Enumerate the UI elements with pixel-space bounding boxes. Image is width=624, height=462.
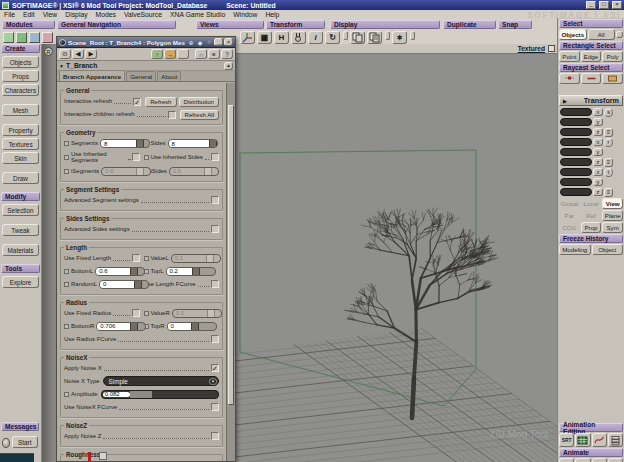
- sidebar-item-objects[interactable]: Objects: [2, 56, 39, 68]
- valuel-animation-divot[interactable]: [144, 256, 149, 261]
- explorer-icon[interactable]: ⊕: [187, 39, 195, 46]
- srt-keys-icon[interactable]: SRT: [559, 433, 574, 447]
- rotate-y-field[interactable]: [560, 148, 592, 156]
- sidebar-item-explore[interactable]: Explore: [2, 276, 39, 288]
- raycast-edge-icon[interactable]: [581, 73, 602, 84]
- panel-scrollbar[interactable]: [226, 83, 235, 461]
- menu-valvesource[interactable]: ValveSource: [124, 11, 162, 18]
- cog-prop[interactable]: Prop: [581, 222, 602, 233]
- randoml-animation-divot[interactable]: [64, 282, 69, 287]
- blank-button[interactable]: [177, 49, 189, 59]
- animate-tool-button[interactable]: [559, 458, 574, 462]
- amplitude-animation-divot[interactable]: [64, 392, 69, 397]
- render-region-button[interactable]: R: [44, 47, 53, 56]
- menu-help[interactable]: Help: [265, 11, 279, 18]
- layout-swatch-2[interactable]: [16, 32, 27, 43]
- recycle-forward-icon[interactable]: →: [164, 49, 176, 59]
- recycle-up-icon[interactable]: ↑: [151, 49, 163, 59]
- sidebar-item-tweak[interactable]: Tweak: [2, 224, 39, 236]
- raycast-point-icon[interactable]: [559, 73, 580, 84]
- keyframe-icon[interactable]: ○: [205, 39, 213, 45]
- component-filter-edge[interactable]: Edge: [581, 51, 602, 62]
- grid-icon[interactable]: ▦: [257, 31, 272, 44]
- ref-par[interactable]: Par: [559, 210, 580, 221]
- translate-menu-button[interactable]: ≡: [604, 188, 613, 197]
- info-icon[interactable]: i: [308, 31, 323, 44]
- space-global[interactable]: Global: [559, 198, 580, 209]
- cog-cog[interactable]: COG: [559, 222, 580, 233]
- segments-animation-divot[interactable]: [64, 141, 69, 146]
- cog-sym[interactable]: Sym: [602, 222, 623, 233]
- collapse-triangle-icon[interactable]: ▼: [59, 63, 64, 69]
- interactive-children-refresh-checkbox[interactable]: [168, 111, 176, 119]
- close-button[interactable]: ×: [612, 1, 622, 9]
- space-local[interactable]: Local: [581, 198, 602, 209]
- use-fixed-radius-checkbox[interactable]: [132, 309, 140, 317]
- tab-branch-appearance[interactable]: Branch Appearance: [59, 70, 125, 81]
- next-icon[interactable]: ▶: [85, 49, 97, 59]
- rotate-y-axis-button[interactable]: y: [593, 148, 603, 156]
- animate-tool-button[interactable]: [608, 458, 623, 462]
- scroll-up-button[interactable]: ▲: [224, 62, 233, 70]
- menu-view[interactable]: View: [43, 11, 58, 18]
- amplitude-slider[interactable]: 0.082: [101, 390, 219, 399]
- randoml-slider[interactable]: 0: [99, 280, 149, 289]
- sidebar-item-selection[interactable]: Selection: [2, 204, 39, 216]
- freeze-object[interactable]: Object: [592, 244, 624, 255]
- freeze-modeling[interactable]: Modeling: [559, 244, 591, 255]
- segments-slider[interactable]: 8: [100, 139, 150, 148]
- refresh-button[interactable]: Refresh: [145, 97, 176, 107]
- module-tab-duplicate[interactable]: Duplicate: [443, 20, 496, 29]
- minimize-button[interactable]: _: [586, 1, 596, 9]
- apply-noise-x-checkbox[interactable]: ✓: [211, 364, 219, 372]
- scale-y-axis-button[interactable]: y: [593, 118, 603, 126]
- rotate-z-field[interactable]: [560, 158, 592, 166]
- menu-file[interactable]: File: [4, 11, 15, 18]
- close-icon[interactable]: ×: [224, 38, 233, 46]
- layout-swatch-1[interactable]: [3, 32, 14, 43]
- sidebar-item-skin[interactable]: Skin: [2, 152, 39, 164]
- use-noisex-fcurve-checkbox[interactable]: [211, 403, 219, 411]
- bottoml-animation-divot[interactable]: [64, 269, 69, 274]
- lock-toggle-icon[interactable]: ∩: [195, 49, 207, 59]
- viewport-resize-icon[interactable]: [548, 45, 555, 52]
- sidebar-item-materials[interactable]: Materials: [2, 244, 39, 256]
- sidebar-item-props[interactable]: Props: [2, 70, 39, 82]
- rotate-menu-button[interactable]: ≡: [604, 158, 613, 167]
- isegments-slider[interactable]: 0.6: [101, 167, 151, 176]
- isides-slider[interactable]: 0.6: [169, 167, 219, 176]
- sidebar-item-property[interactable]: Property: [2, 124, 39, 136]
- bottomr-animation-divot[interactable]: [64, 324, 69, 329]
- topr-slider[interactable]: 0: [167, 322, 217, 331]
- module-tab-modules[interactable]: Modules: [2, 20, 55, 29]
- transform-header[interactable]: ▶Transform: [559, 95, 623, 106]
- update-icon[interactable]: ⊙: [59, 49, 71, 59]
- translate-z-axis-button[interactable]: z: [593, 188, 603, 196]
- translate-y-axis-button[interactable]: y: [593, 178, 603, 186]
- tab-about[interactable]: About: [157, 71, 181, 81]
- distribution-button[interactable]: Distribution: [179, 97, 219, 107]
- refresh-icon[interactable]: ↻: [325, 31, 340, 44]
- animate-tool-button[interactable]: [592, 458, 607, 462]
- scale-y-field[interactable]: [560, 118, 592, 126]
- lock-icon[interactable]: ◆: [196, 39, 204, 46]
- module-tab-transform[interactable]: Transform: [266, 20, 325, 29]
- apply-noise-z-checkbox[interactable]: [211, 432, 219, 440]
- isegments-animation-divot[interactable]: [64, 169, 69, 174]
- menu-window[interactable]: Window: [233, 11, 257, 18]
- use-radius-fcurve-checkbox[interactable]: [211, 335, 219, 343]
- start-button[interactable]: Start: [12, 436, 38, 448]
- translate-x-axis-button[interactable]: x: [593, 168, 603, 176]
- property-panel-titlebar[interactable]: Scene_Root : T_Branch4 : Polygon Mesh : …: [57, 37, 235, 48]
- use-length-fcurve-checkbox[interactable]: [211, 280, 219, 288]
- scale-z-field[interactable]: [560, 128, 592, 136]
- snap-icon[interactable]: ∗: [392, 31, 407, 44]
- layout-swatch-3[interactable]: [29, 32, 40, 43]
- rotate-x-axis-button[interactable]: x: [593, 138, 603, 146]
- advanced-segment-settings-checkbox[interactable]: [211, 196, 219, 204]
- layout-swatch-4[interactable]: [42, 32, 53, 43]
- scale-mode-button[interactable]: s: [604, 108, 613, 117]
- ref-ref[interactable]: Ref: [581, 210, 602, 221]
- raycast-poly-icon[interactable]: [602, 73, 623, 84]
- menu-xna-game-studio[interactable]: XNA Game Studio: [170, 11, 225, 18]
